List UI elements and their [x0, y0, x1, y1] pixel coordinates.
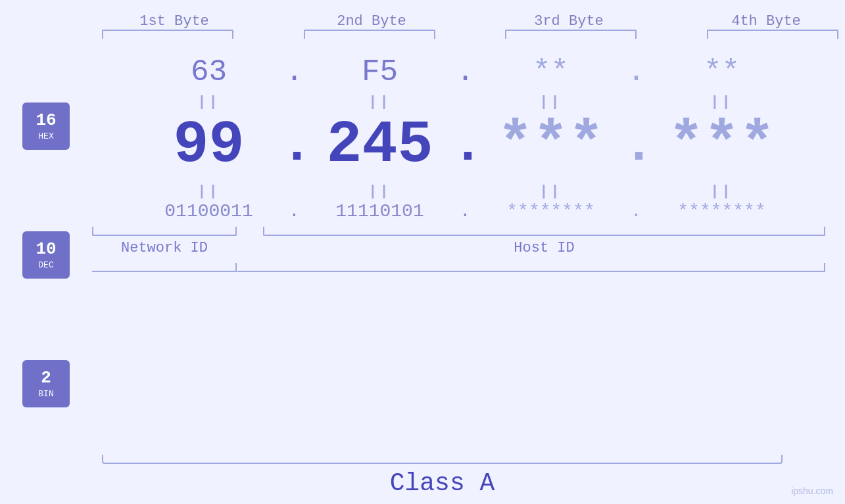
hex-val-3: ** [479, 55, 623, 89]
bracket-byte4 [707, 30, 838, 39]
hex-val-4: ** [650, 55, 794, 89]
host-id-label: Host ID [514, 240, 574, 256]
hex-row: 63 . F5 . ** . ** [92, 55, 838, 89]
host-bracket [263, 227, 825, 236]
id-labels-row: Network ID Host ID [92, 240, 838, 256]
dec-val-4: *** [650, 112, 794, 179]
bin-dot-3: . [623, 201, 650, 221]
badge-bin-label: BIN [38, 389, 53, 399]
class-bracket-row [92, 263, 838, 272]
dec-dot-3: . [623, 116, 650, 175]
badge-hex-label: HEX [38, 131, 53, 141]
byte-header-1: 1st Byte [102, 13, 247, 30]
equals-row-1: || || || || [92, 94, 838, 110]
bin-val-3: ******** [479, 201, 623, 221]
equals-row-2: || || || || [92, 183, 838, 200]
eq-2: || [308, 94, 452, 110]
main-container: 1st Byte 2nd Byte 3rd Byte 4th Byte 16 H… [0, 0, 845, 504]
hex-dot-1: . [281, 55, 308, 89]
class-label: Class A [390, 469, 495, 497]
dec-dot-1: . [281, 116, 308, 175]
eq-7: || [479, 183, 623, 200]
dec-val-1: 99 [137, 112, 281, 179]
hex-val-1: 63 [137, 55, 281, 89]
class-section: Class A [95, 455, 845, 504]
dec-dot-2: . [452, 116, 479, 175]
bin-val-2: 11110101 [308, 201, 452, 221]
bracket-byte3 [505, 30, 637, 39]
bracket-byte1 [102, 30, 233, 39]
badge-dec-number: 10 [36, 240, 56, 259]
bottom-brackets-row [92, 227, 838, 236]
eq-8: || [650, 183, 794, 200]
bin-val-1: 01100011 [137, 201, 281, 221]
network-bracket [92, 227, 237, 236]
badge-hex-number: 16 [36, 111, 56, 130]
badge-bin-number: 2 [41, 369, 51, 388]
dec-val-3: *** [479, 112, 623, 179]
eq-1: || [137, 94, 281, 110]
badge-dec: 10 DEC [22, 231, 70, 279]
class-label-container: Class A [102, 469, 783, 497]
badge-bin: 2 BIN [22, 360, 70, 407]
bin-dot-2: . [452, 201, 479, 221]
eq-6: || [308, 183, 452, 200]
dec-row: 99 . 245 . *** . *** [92, 112, 838, 179]
byte-header-4: 4th Byte [694, 13, 838, 30]
class-a-full-bracket [102, 455, 783, 464]
dec-val-2: 245 [308, 112, 452, 179]
badge-dec-label: DEC [38, 260, 53, 270]
bin-dot-1: . [281, 201, 308, 221]
badges-column: 16 HEX 10 DEC 2 BIN [0, 49, 92, 488]
hex-val-2: F5 [308, 55, 452, 89]
network-id-label: Network ID [121, 240, 208, 256]
eq-4: || [650, 94, 794, 110]
eq-3: || [479, 94, 623, 110]
badge-hex: 16 HEX [22, 103, 70, 150]
bin-row: 01100011 . 11110101 . ******** . *******… [92, 201, 838, 221]
eq-5: || [137, 183, 281, 200]
hex-dot-3: . [623, 55, 650, 89]
bin-val-4: ******** [650, 201, 794, 221]
class-a-bracket [237, 263, 825, 272]
bracket-byte2 [304, 30, 435, 39]
hex-dot-2: . [452, 55, 479, 89]
byte-header-2: 2nd Byte [299, 13, 444, 30]
byte-header-3: 3rd Byte [496, 13, 641, 30]
watermark: ipshu.com [791, 486, 833, 496]
values-area: 63 . F5 . ** . ** || || || || 99 [92, 49, 845, 488]
